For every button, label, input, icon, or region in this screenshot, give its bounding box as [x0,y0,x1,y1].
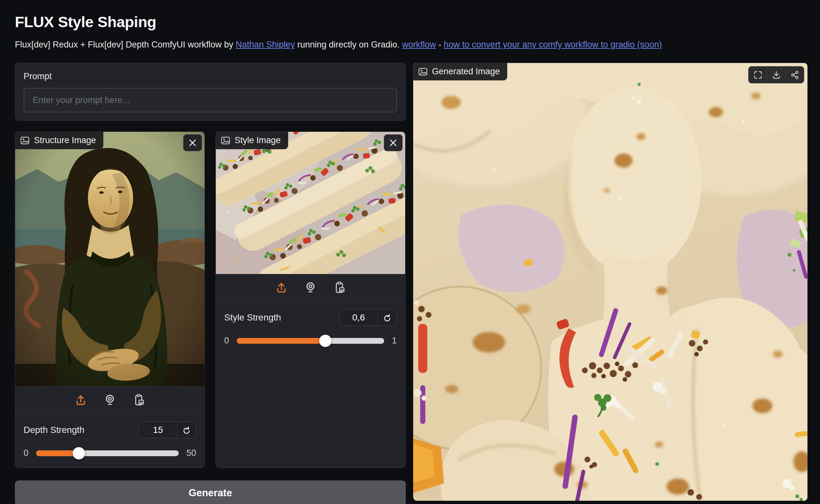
style-paste-button[interactable] [333,281,346,294]
prompt-panel: Prompt [15,63,406,121]
webcam-icon [103,394,116,406]
structure-image-close-button[interactable] [183,134,202,151]
structure-webcam-button[interactable] [103,394,116,406]
style-max-label: 1 [392,336,397,346]
reset-icon [182,425,191,435]
page-title: FLUX Style Shaping [15,13,808,31]
subtitle-text-1: Flux[dev] Redux + Flux[dev] Depth ComfyU… [15,40,236,49]
style-strength-numbox: 0,6 [339,309,397,326]
close-icon [389,139,397,147]
structure-image-label: Structure Image [34,135,96,145]
depth-reset-button[interactable] [177,422,196,438]
style-strength-block: Style Strength 0,6 [216,301,405,355]
author-link[interactable]: Nathan Shipley [236,40,295,49]
fullscreen-button[interactable] [749,67,767,83]
style-reset-button[interactable] [378,310,396,326]
prompt-label: Prompt [24,71,397,81]
generated-image-label: Generated Image [432,67,500,77]
generated-image-panel: Generated Image [413,63,808,501]
reset-icon [383,313,392,322]
style-slider-track[interactable] [237,338,384,344]
depth-slider-handle[interactable] [73,447,85,459]
download-icon [772,70,781,80]
prompt-input[interactable] [24,88,397,112]
webcam-icon [304,281,317,294]
style-image-tacos [216,132,405,274]
left-column: Prompt [15,63,406,504]
input-images-row: Structure Image [15,131,406,468]
style-slider-fill [237,338,325,344]
subtitle: Flux[dev] Redux + Flux[dev] Depth ComfyU… [15,40,808,50]
upload-icon [275,281,288,294]
structure-upload-button[interactable] [74,394,87,406]
style-strength-slider: 0 1 [224,336,397,346]
main-content: Prompt [15,63,808,504]
structure-paste-button[interactable] [132,394,145,406]
style-upload-button[interactable] [275,281,288,294]
workflow-link[interactable]: workflow [402,40,436,49]
depth-min-label: 0 [24,448,28,458]
image-icon [20,136,30,145]
depth-strength-slider: 0 50 [24,448,196,458]
structure-image-mona-lisa [15,132,205,386]
style-webcam-button[interactable] [304,281,317,294]
share-button[interactable] [785,67,804,83]
clipboard-image-icon [132,394,145,406]
style-image-close-button[interactable] [384,134,403,151]
depth-strength-label: Depth Strength [24,425,84,435]
generated-image-toolbar [748,66,804,83]
style-image-view: Style Image [216,132,405,274]
structure-image-panel: Structure Image [15,131,205,468]
fullscreen-icon [753,70,763,80]
style-min-label: 0 [224,336,229,346]
close-icon [188,139,197,147]
subtitle-text-2: running directly on Gradio. [295,40,402,49]
depth-strength-value[interactable]: 15 [139,422,177,438]
share-icon [790,70,800,80]
structure-image-view: Structure Image [15,132,205,386]
style-strength-label: Style Strength [224,312,281,323]
style-strength-value[interactable]: 0,6 [340,310,378,326]
download-button[interactable] [767,67,785,83]
generated-image-dough-mona-lisa [413,63,807,501]
generate-button[interactable]: Generate [15,480,406,504]
howto-link[interactable]: how to convert your any comfy workflow t… [444,40,662,49]
depth-slider-track[interactable] [36,450,179,456]
depth-max-label: 50 [186,448,196,458]
generated-image-badge: Generated Image [413,63,507,80]
style-slider-handle[interactable] [319,335,331,347]
subtitle-text-3: - [436,40,444,49]
depth-strength-numbox: 15 [139,422,196,438]
structure-image-badge: Structure Image [15,132,103,149]
upload-icon [74,394,87,406]
style-image-panel: Style Image [216,131,405,468]
clipboard-image-icon [333,281,346,294]
app-page: FLUX Style Shaping Flux[dev] Redux + Flu… [0,0,820,504]
structure-source-bar [15,386,205,413]
style-image-label: Style Image [235,135,281,145]
style-image-badge: Style Image [216,132,288,149]
right-column: Generated Image [413,63,808,501]
depth-strength-block: Depth Strength 15 [15,413,205,468]
style-source-bar [216,274,405,301]
image-icon [221,136,230,145]
image-icon [418,67,428,77]
